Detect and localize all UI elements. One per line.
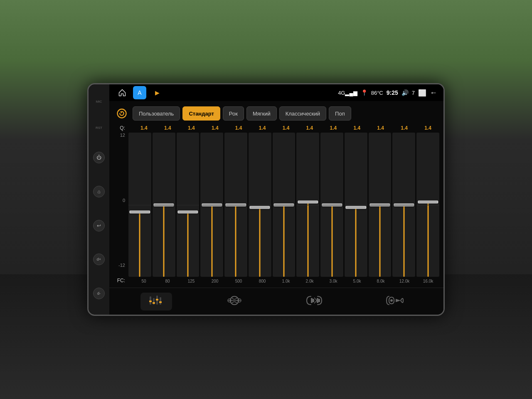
svg-rect-7 — [156, 299, 158, 300]
freq-label-3: 200 — [204, 279, 226, 283]
slider-column-4 — [224, 133, 247, 277]
back-icon[interactable]: ← — [430, 89, 437, 97]
slider-handle-9[interactable] — [346, 206, 366, 209]
slider-track-10 — [369, 133, 392, 277]
location-icon: 📍 — [361, 89, 368, 96]
slider-track-7 — [296, 133, 319, 277]
svg-rect-5 — [149, 300, 152, 302]
q-value-12: 1.4 — [416, 125, 439, 131]
signal-indicator: 4G▂▄▆ — [338, 90, 357, 96]
freq-label-2: 125 — [180, 279, 202, 283]
slider-column-12 — [416, 133, 439, 277]
volume-level: 7 — [412, 90, 415, 96]
window-icon: ⬜ — [418, 89, 426, 97]
svg-rect-8 — [159, 301, 162, 303]
preset-user[interactable]: Пользователь — [133, 106, 180, 121]
slider-column-6 — [273, 133, 296, 277]
slider-track-5 — [249, 133, 271, 277]
mic-label: MIC — [96, 100, 102, 103]
preset-pop[interactable]: Поп — [329, 106, 351, 121]
preset-rock[interactable]: Рок — [223, 106, 244, 121]
db-label-0: 0 — [113, 198, 125, 203]
slider-column-2 — [177, 133, 200, 277]
toolbar-equalizer[interactable] — [140, 293, 172, 310]
freq-label-11: 12.0k — [393, 279, 416, 283]
app-nav-icon[interactable]: A — [133, 86, 146, 99]
time-display: 9:25 — [387, 89, 398, 96]
vol-up-icon: d+ — [97, 257, 101, 261]
slider-track-11 — [392, 133, 415, 277]
freq-labels-container: 50801252005008001.0k2.0k3.0k5.0k8.0k12.0… — [133, 278, 439, 283]
fader-icon — [386, 295, 404, 308]
freq-label-5: 800 — [251, 279, 273, 283]
q-value-9: 1.4 — [345, 125, 368, 131]
status-indicators: 4G▂▄▆ 📍 86°C 9:25 🔊 7 ⬜ ← — [338, 89, 437, 97]
rst-label: RST — [96, 126, 102, 130]
eq-sliders-area: 12 0 -12 — [113, 133, 439, 277]
toolbar-fader[interactable] — [377, 293, 412, 310]
q-value-6: 1.4 — [275, 125, 298, 131]
slider-handle-7[interactable] — [298, 200, 318, 203]
q-value-3: 1.4 — [204, 125, 227, 131]
q-value-7: 1.4 — [298, 125, 321, 131]
home-nav-icon[interactable] — [116, 86, 129, 99]
slider-handle-2[interactable] — [177, 210, 198, 213]
vol-up-button[interactable]: d+ — [93, 254, 105, 265]
home-button[interactable]: ⌂ — [93, 186, 105, 197]
slider-track-1 — [153, 133, 175, 277]
db-label-minus12: -12 — [113, 263, 125, 268]
preset-row: Пользователь Стандарт Рок Мягкий Классич… — [113, 105, 439, 122]
slider-column-7 — [296, 133, 319, 277]
freq-label-0: 50 — [133, 279, 155, 283]
bottom-toolbar — [109, 288, 443, 315]
status-bar: A ▶ 4G▂▄▆ 📍 86°C 9:25 🔊 7 ⬜ ← — [109, 84, 443, 101]
freq-label-10: 8.0k — [369, 279, 392, 283]
slider-column-0 — [128, 133, 151, 277]
svg-rect-12 — [311, 298, 313, 303]
freq-label-8: 3.0k — [322, 279, 345, 283]
play-nav-icon[interactable]: ▶ — [150, 86, 164, 99]
svg-rect-13 — [313, 299, 314, 302]
fc-row: FC: 50801252005008001.0k2.0k3.0k5.0k8.0k… — [113, 278, 439, 283]
fc-label: FC: — [113, 278, 125, 283]
toolbar-balance[interactable] — [218, 293, 251, 310]
freq-label-4: 500 — [227, 279, 250, 283]
freq-label-6: 1.0k — [275, 279, 297, 283]
q-values-container: 1.41.41.41.41.41.41.41.41.41.41.41.41.4 — [133, 125, 439, 131]
screen-bezel: MIC RST ⏻ ⌂ ↩ d+ d- — [87, 83, 445, 316]
toolbar-surround[interactable] — [297, 293, 332, 310]
main-screen: A ▶ 4G▂▄▆ 📍 86°C 9:25 🔊 7 ⬜ ← — [109, 84, 443, 315]
vol-down-button[interactable]: d- — [93, 288, 105, 299]
volume-icon: 🔊 — [401, 89, 409, 96]
slider-track-2 — [177, 133, 200, 277]
slider-handle-5[interactable] — [250, 206, 270, 209]
slider-column-5 — [249, 133, 271, 277]
slider-handle-12[interactable] — [418, 200, 438, 203]
slider-track-0 — [128, 133, 151, 277]
power-button[interactable]: ⏻ — [93, 152, 105, 163]
preset-standard[interactable]: Стандарт — [182, 106, 220, 121]
q-row: Q: 1.41.41.41.41.41.41.41.41.41.41.41.41… — [113, 125, 439, 131]
slider-track-6 — [273, 133, 296, 277]
db-label-12: 12 — [113, 133, 125, 138]
slider-handle-0[interactable] — [130, 210, 150, 213]
slider-column-8 — [320, 133, 343, 277]
slider-track-9 — [345, 133, 367, 277]
preset-soft[interactable]: Мягкий — [246, 106, 277, 121]
slider-track-4 — [224, 133, 247, 277]
q-value-8: 1.4 — [322, 125, 345, 131]
freq-label-12: 16.0k — [417, 279, 439, 283]
equalizer-icon — [149, 295, 164, 308]
slider-track-12 — [416, 133, 439, 277]
preset-classical[interactable]: Классический — [279, 106, 326, 121]
temperature-display: 86°C — [371, 90, 383, 96]
back-button[interactable]: ↩ — [93, 220, 105, 232]
balance-icon — [226, 295, 243, 308]
svg-rect-14 — [317, 298, 318, 303]
side-buttons: MIC RST ⏻ ⌂ ↩ d+ d- — [89, 84, 109, 315]
eq-spin-icon[interactable] — [113, 105, 130, 122]
q-value-1: 1.4 — [156, 125, 179, 131]
slider-track-8 — [320, 133, 343, 277]
svg-rect-6 — [153, 302, 155, 304]
slider-column-11 — [392, 133, 415, 277]
